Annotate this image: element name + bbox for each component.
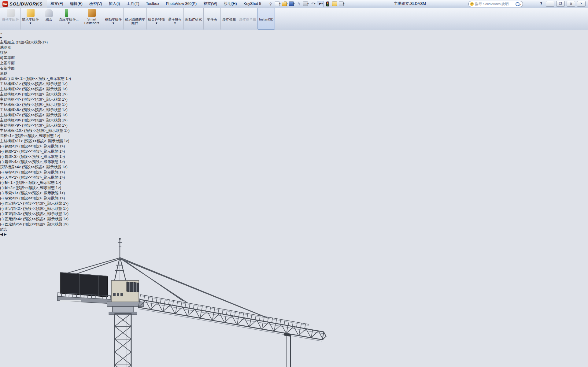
- menu-item[interactable]: Toolbox: [142, 0, 162, 8]
- tree-item[interactable]: (-) 固定銷<3> (預設<<預設>_顯示狀態 1>): [0, 211, 588, 217]
- tree-item[interactable]: 結合: [0, 227, 588, 232]
- tree-item[interactable]: (-) 吊索<3> (預設<<預設>_顯示狀態 1>): [0, 196, 588, 201]
- select-cursor-button[interactable]: ➤▾: [317, 1, 324, 7]
- tree-item[interactable]: 上基準面: [0, 61, 588, 66]
- tree-item[interactable]: (-) 鋼纜<3> (預設<<預設>_顯示狀態 1>): [0, 154, 588, 159]
- ribbon-button[interactable]: 結合: [40, 8, 57, 30]
- tree-item[interactable]: 電梯<1> (預設<<預設>_顯示狀態 1>): [0, 133, 588, 139]
- tree-item[interactable]: (-) 鋼纜<2> (預設<<預設>_顯示狀態 1>): [0, 149, 588, 154]
- tree-item[interactable]: 主結構框<5> (預設<<預設>_顯示狀態 1>): [0, 102, 588, 107]
- tree-item[interactable]: (-) 軸<1> (預設<<預設>_顯示狀態 1>): [0, 180, 588, 185]
- file-properties-button[interactable]: [331, 1, 338, 7]
- menu-item[interactable]: 工具(T): [123, 0, 142, 8]
- tree-item[interactable]: 主結構框<9> (預設<<預設>_顯示狀態 1>): [0, 123, 588, 128]
- ribbon-button-label: 移動零組件: [105, 17, 122, 21]
- tree-item[interactable]: 主結構框<3> (預設<<預設>_顯示狀態 1>): [0, 92, 588, 97]
- tree-item-label: 主結構框<5> (預設<<預設>_顯示狀態 1>): [0, 102, 68, 107]
- close-button[interactable]: ✕: [577, 1, 586, 7]
- filter-caret-icon[interactable]: ▾: [0, 35, 2, 40]
- tree-item[interactable]: (-) 軸<2> (預設<<預設>_顯示狀態 1>): [0, 185, 588, 191]
- tree-item[interactable]: 主結構框<4> (預設<<預設>_顯示狀態 1>): [0, 97, 588, 102]
- search-input[interactable]: 搜尋 SolidWorks 說明: [475, 2, 514, 6]
- tree-root-item[interactable]: 主塔組立 (預設<顯示狀態-1>): [0, 40, 588, 45]
- help-button[interactable]: ?: [538, 1, 544, 6]
- crane-3d-model[interactable]: [0, 236, 493, 367]
- tree-item[interactable]: (-) 固定銷<1> (預設<<預設>_顯示狀態 1>): [0, 201, 588, 206]
- tree-item[interactable]: 前基準面: [0, 55, 588, 61]
- tree-item[interactable]: 原點: [0, 71, 588, 76]
- ribbon-button[interactable]: 插入零組件 ▾: [20, 8, 40, 30]
- tree-item[interactable]: (-) 固定銷<4> (預設<<預設>_顯示狀態 1>): [0, 217, 588, 222]
- ribbon-button[interactable]: 組合件特徵 ▾: [146, 8, 166, 30]
- restore-button[interactable]: ❐: [556, 1, 565, 7]
- rebuild-button[interactable]: [324, 1, 331, 7]
- ribbon-button-icon: [109, 9, 117, 17]
- graphics-viewport[interactable]: ▾ ▾ ▾ ▾: [0, 236, 588, 367]
- search-box[interactable]: ? 搜尋 SolidWorks 說明 ▾: [468, 1, 523, 7]
- tree-item-label: (-) 軸<1> (預設<<預設>_顯示狀態 1>): [0, 180, 61, 185]
- menu-item[interactable]: 說明(H): [220, 0, 240, 8]
- panel-chevron-icon[interactable]: »: [0, 31, 588, 35]
- dropdown-caret-icon[interactable]: ▾: [30, 21, 31, 25]
- ribbon-button[interactable]: 爆炸視圖: [220, 8, 238, 30]
- tree-item[interactable]: (-) 鋼纜<1> (預設<<預設>_顯示狀態 1>): [0, 144, 588, 149]
- tree-item[interactable]: 主結構框<10> (預設<<預設>_顯示狀態 1>): [0, 128, 588, 133]
- ribbon-button[interactable]: Instant3D: [257, 8, 275, 30]
- save-button[interactable]: ▾: [289, 1, 295, 7]
- options-button[interactable]: ▾: [338, 1, 345, 7]
- tree-filter-input[interactable]: ▾: [0, 35, 588, 40]
- ribbon-button[interactable]: 移動零組件 ▾: [103, 8, 123, 30]
- open-button[interactable]: ▾: [282, 1, 288, 7]
- tree-item[interactable]: (-) 固定銷<5> (預設<<預設>_顯示狀態 1>): [0, 222, 588, 227]
- tree-item[interactable]: 主結構框<1> (預設<<預設>_顯示狀態 1>): [0, 81, 588, 87]
- pin-icon[interactable]: ⚲: [268, 1, 274, 7]
- menu-item[interactable]: PhotoView 360(P): [163, 0, 200, 8]
- ribbon-button-label: Smart Fasteners: [82, 17, 102, 25]
- menu-item[interactable]: 檔案(F): [47, 0, 66, 8]
- print-button[interactable]: ▾: [303, 1, 309, 7]
- ribbon-button[interactable]: 零件表: [203, 8, 220, 30]
- undo-icon[interactable]: ↰: [296, 1, 302, 7]
- tree-item[interactable]: (-) 吊索<1> (預設<<預設>_顯示狀態 1>): [0, 191, 588, 196]
- minimize-button[interactable]: —: [546, 1, 554, 7]
- ribbon-button-icon: [244, 9, 252, 17]
- scroll-right-arrow[interactable]: ▶: [4, 232, 7, 236]
- tree-item[interactable]: 註記: [0, 50, 588, 55]
- ribbon-button[interactable]: 顯示隱藏的零組件: [123, 8, 146, 30]
- redo-icon[interactable]: ↶▾: [310, 1, 316, 7]
- tree-item[interactable]: 感測器: [0, 45, 588, 50]
- tree-item[interactable]: (固定) 基座<1> (預設<<預設>_顯示狀態 1>): [0, 76, 588, 81]
- tree-item[interactable]: 右基準面: [0, 66, 588, 71]
- tree-item[interactable]: (-) 吊桿<1> (預設<<預設>_顯示狀態 1>): [0, 170, 588, 175]
- menu-item[interactable]: KeyShot 5: [240, 0, 265, 8]
- menu-item[interactable]: 編輯(E): [66, 0, 86, 8]
- scroll-left-arrow[interactable]: ◀: [0, 232, 3, 236]
- dropdown-caret-icon[interactable]: ▾: [174, 21, 176, 25]
- ribbon-button[interactable]: 爆炸線草圖: [238, 8, 257, 30]
- dropdown-caret-icon[interactable]: ▾: [156, 21, 157, 25]
- dropdown-caret-icon[interactable]: ▾: [113, 21, 114, 25]
- tree-item[interactable]: (-) 固定銷<2> (預設<<預設>_顯示狀態 1>): [0, 206, 588, 211]
- tree-item[interactable]: 主結構框<2> (預設<<預設>_顯示狀態 1>): [0, 87, 588, 92]
- ribbon-button[interactable]: 參考幾何 ▾: [166, 8, 183, 30]
- tree-item[interactable]: 主結構框<8> (預設<<預設>_顯示狀態 1>): [0, 118, 588, 123]
- tree-item[interactable]: 頂部機房<4> (預設<<預設>_顯示狀態 1>): [0, 165, 588, 170]
- menu-item[interactable]: 視窗(W): [200, 0, 220, 8]
- dropdown-caret-icon[interactable]: ▾: [68, 21, 70, 25]
- menu-item[interactable]: 插入(I): [105, 0, 124, 8]
- tree-item[interactable]: 主結構框<6> (預設<<預設>_顯示狀態 1>): [0, 107, 588, 113]
- tree-item[interactable]: 主結構框<11> (預設<<預設>_顯示狀態 1>): [0, 139, 588, 144]
- tree-item-label: (-) 固定銷<5> (預設<<預設>_顯示狀態 1>): [0, 222, 68, 226]
- new-document-button[interactable]: ▾: [275, 1, 281, 7]
- menu-item[interactable]: 檢視(V): [86, 0, 105, 8]
- tree-horizontal-scrollbar[interactable]: ◀ ▶: [0, 232, 588, 236]
- search-icon[interactable]: [516, 2, 520, 6]
- ribbon-button[interactable]: 新動作研究: [183, 8, 203, 30]
- tree-item[interactable]: (-) 鋼纜<4> (預設<<預設>_顯示狀態 1>): [0, 159, 588, 165]
- tree-item[interactable]: (-) 天車<2> (預設<<預設>_顯示狀態 1>): [0, 175, 588, 180]
- windows-button[interactable]: ⧉: [567, 1, 575, 7]
- ribbon-button[interactable]: 編輯零組件: [1, 8, 20, 30]
- ribbon-button[interactable]: 直線零組件... ▾: [57, 8, 80, 30]
- tree-item[interactable]: 主結構框<7> (預設<<預設>_顯示狀態 1>): [0, 113, 588, 118]
- ribbon-button[interactable]: Smart Fasteners: [80, 8, 103, 30]
